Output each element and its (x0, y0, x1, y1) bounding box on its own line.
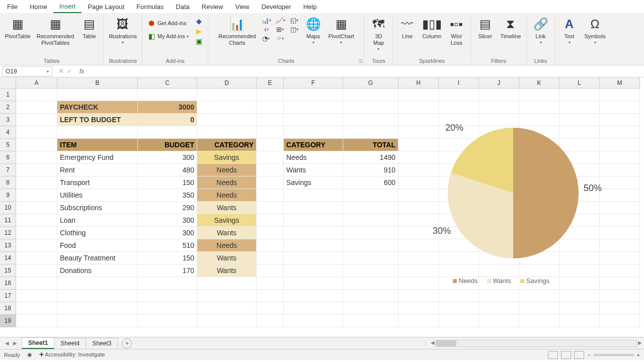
horizontal-scrollbar[interactable]: ⋮ ◀ ▶ (132, 340, 644, 347)
row-header[interactable]: 15 (0, 264, 16, 277)
cell[interactable] (343, 227, 398, 239)
row-header[interactable]: 16 (0, 277, 16, 290)
cell[interactable] (479, 101, 519, 114)
cell[interactable] (257, 202, 284, 214)
cell[interactable] (257, 101, 284, 114)
cell[interactable] (343, 252, 398, 264)
cell[interactable] (16, 290, 57, 302)
col-header[interactable]: E (257, 77, 284, 88)
tab-file[interactable]: File (1, 1, 24, 13)
cell[interactable] (57, 277, 138, 290)
cell[interactable]: 3000 (138, 101, 197, 114)
cell[interactable] (479, 88, 519, 101)
cell[interactable]: CATEGORY (284, 139, 343, 151)
cell[interactable] (519, 101, 559, 114)
cell[interactable]: Emergency Fund (57, 151, 138, 164)
cell[interactable] (600, 88, 640, 101)
pie-chart-icon[interactable]: ◔▾ (261, 34, 271, 42)
cell[interactable]: Utilities (57, 189, 138, 202)
sparkline-column-button[interactable]: ▮▯▮Column (420, 15, 443, 41)
cell[interactable] (284, 101, 343, 114)
cell[interactable] (479, 302, 519, 315)
cell[interactable]: 150 (138, 176, 197, 189)
cell[interactable] (16, 139, 57, 151)
tab-view[interactable]: View (229, 1, 255, 13)
cell[interactable] (197, 290, 257, 302)
cell[interactable] (197, 88, 257, 101)
cell[interactable] (197, 277, 257, 290)
cell[interactable]: Needs (284, 151, 343, 164)
cell[interactable] (343, 88, 398, 101)
cell[interactable] (138, 302, 197, 315)
cell[interactable]: Food (57, 239, 138, 252)
cell[interactable] (57, 302, 138, 315)
cell[interactable] (600, 101, 640, 114)
cell[interactable] (284, 214, 343, 227)
cell[interactable] (16, 151, 57, 164)
cell[interactable] (343, 302, 398, 315)
cell[interactable] (257, 114, 284, 126)
line-chart-icon[interactable]: 📈▾ (275, 16, 285, 24)
col-header[interactable]: G (343, 77, 398, 88)
cell[interactable]: Needs (197, 239, 257, 252)
cell[interactable]: Transport (57, 176, 138, 189)
row-header[interactable]: 18 (0, 302, 16, 315)
cell[interactable]: Needs (197, 189, 257, 202)
cell[interactable] (197, 315, 257, 327)
cell[interactable] (257, 189, 284, 202)
cell[interactable]: BUDGET (138, 139, 197, 151)
cell[interactable]: Subscriptions (57, 202, 138, 214)
my-addins-button[interactable]: ◧My Add-ins▾ (145, 31, 191, 41)
cell[interactable] (398, 302, 439, 315)
cell[interactable] (559, 315, 600, 327)
row-header[interactable]: 11 (0, 214, 16, 227)
cell[interactable] (343, 239, 398, 252)
cell[interactable] (57, 88, 138, 101)
accessibility-status[interactable]: ✚ Accessibility: Investigate (39, 351, 105, 358)
row-header[interactable]: 14 (0, 252, 16, 264)
tab-data[interactable]: Data (170, 1, 195, 13)
cell[interactable] (284, 202, 343, 214)
cell[interactable]: 300 (138, 151, 197, 164)
formula-input[interactable] (87, 66, 644, 76)
statistic-chart-icon[interactable]: ⊞▾ (275, 25, 285, 33)
combo-chart-icon[interactable]: ◫▾ (289, 25, 299, 33)
cell[interactable] (16, 101, 57, 114)
cell[interactable] (138, 88, 197, 101)
row-header[interactable]: 5 (0, 139, 16, 151)
cell[interactable] (559, 101, 600, 114)
cell[interactable] (479, 315, 519, 327)
table-button[interactable]: ▤Table (78, 15, 100, 41)
pie-chart[interactable]: 50% 30% 20% Needs Wants Savings (418, 123, 609, 289)
cell[interactable] (519, 315, 559, 327)
cancel-formula-icon[interactable]: ✕ (58, 67, 64, 75)
name-box[interactable]: O19▾ (2, 66, 52, 76)
cell[interactable] (16, 88, 57, 101)
cell[interactable] (284, 88, 343, 101)
cell[interactable]: Wants (197, 227, 257, 239)
pivottable-button[interactable]: ▦PivotTable (3, 15, 33, 41)
row-header[interactable]: 1 (0, 88, 16, 101)
cell[interactable] (138, 315, 197, 327)
cell[interactable]: Beauty Treatment (57, 252, 138, 264)
cell[interactable] (197, 114, 257, 126)
cell[interactable] (284, 252, 343, 264)
row-header[interactable]: 4 (0, 126, 16, 139)
cell[interactable] (16, 189, 57, 202)
cell[interactable] (559, 290, 600, 302)
cell[interactable] (16, 114, 57, 126)
col-header[interactable]: M (600, 77, 640, 88)
cell[interactable] (398, 101, 439, 114)
cell[interactable] (343, 126, 398, 139)
cell[interactable] (343, 214, 398, 227)
row-header[interactable]: 2 (0, 101, 16, 114)
sheet-nav-next-icon[interactable]: ▶ (13, 340, 17, 346)
sheet-tab-2[interactable]: Sheet4 (54, 338, 86, 348)
add-sheet-button[interactable]: + (122, 338, 132, 348)
hierarchy-chart-icon[interactable]: ◱▾ (289, 16, 299, 24)
cell[interactable] (257, 214, 284, 227)
cell[interactable]: 1490 (343, 151, 398, 164)
cell[interactable]: 150 (138, 252, 197, 264)
row-header[interactable]: 12 (0, 227, 16, 239)
col-header[interactable]: L (559, 77, 600, 88)
